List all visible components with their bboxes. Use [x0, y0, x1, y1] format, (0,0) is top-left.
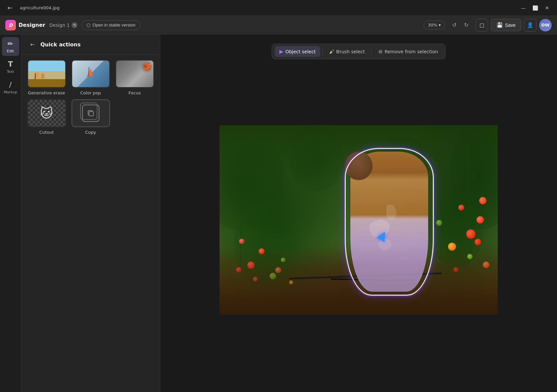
markup-icon: ∕ — [9, 80, 12, 89]
qa-label-generative-erase: Generative erase — [28, 90, 65, 95]
edit-icon: ✏ — [8, 40, 13, 48]
quick-actions-back-button[interactable]: ← — [28, 40, 37, 49]
qa-thumb-color-pop — [72, 60, 110, 88]
tomato-right-5 — [475, 239, 481, 245]
remove-from-selection-button[interactable]: ⊖ Remove from selection — [374, 46, 443, 57]
redo-button[interactable]: ↻ — [461, 20, 472, 30]
selection-toolbar: ▶ Object select 🖌 Brush select ⊖ Remove … — [272, 44, 445, 59]
qa-item-generative-erase[interactable]: Generative erase — [26, 60, 67, 95]
main-content: ✏ Edit T Text ∕ Markup ← Quick actions — [0, 34, 557, 392]
tomato-left-3 — [239, 239, 244, 244]
design-name-edit-icon[interactable]: ✎ — [72, 22, 77, 28]
title-bar: ← agriculture004.jpg — ⬜ ✕ — [0, 0, 557, 16]
brush-select-label: Brush select — [336, 49, 365, 54]
text-icon: T — [8, 60, 13, 68]
minimize-button[interactable]: — — [519, 3, 528, 13]
sidebar-icons: ✏ Edit T Text ∕ Markup — [0, 34, 21, 392]
titlebar-back-button[interactable]: ← — [5, 3, 15, 13]
foliage-center-top-left — [289, 125, 345, 191]
qa-label-focus: Focus — [128, 90, 141, 95]
sidebar-item-markup[interactable]: ∕ Markup — [2, 78, 19, 97]
qa-item-focus[interactable]: 🏀 Focus — [115, 60, 155, 95]
quick-actions-title: Quick actions — [40, 41, 81, 48]
save-disk-icon: 💾 — [496, 22, 503, 28]
qa-label-color-pop: Color pop — [80, 90, 101, 95]
quick-actions-header: ← Quick actions — [21, 34, 160, 55]
save-button[interactable]: 💾 Save — [491, 19, 521, 31]
tomato-right-1 — [466, 229, 476, 239]
preview-button[interactable]: ◻ — [476, 19, 488, 31]
object-select-label: Object select — [285, 49, 316, 54]
qa-thumb-copy — [72, 99, 110, 127]
toolbar-divider-1 — [322, 48, 323, 56]
qa-label-cutout: Cutout — [39, 130, 54, 135]
qa-label-copy: Copy — [85, 130, 96, 135]
design-name-area: Design 1 ✎ — [49, 22, 78, 28]
maximize-button[interactable]: ⬜ — [531, 3, 540, 13]
canvas-image-container — [220, 125, 498, 315]
qa-item-copy[interactable]: Copy — [71, 99, 111, 135]
logo-area: D Designer — [5, 20, 45, 30]
canvas-scene — [220, 125, 498, 315]
close-button[interactable]: ✕ — [542, 3, 552, 13]
user-avatar[interactable]: DW — [539, 19, 552, 31]
quick-actions-panel: ← Quick actions Generative erase — [21, 34, 160, 392]
zoom-label: 30% — [428, 23, 437, 27]
qa-thumb-cutout: 🐱 — [27, 99, 66, 127]
undo-button[interactable]: ↺ — [449, 20, 460, 30]
zoom-chevron-icon: ▾ — [439, 23, 441, 27]
qa-thumb-focus: 🏀 — [116, 60, 154, 88]
qa-item-cutout[interactable]: 🐱 Cutout — [26, 99, 67, 135]
brush-select-button[interactable]: 🖌 Brush select — [325, 46, 369, 57]
canvas-area[interactable]: ▶ Object select 🖌 Brush select ⊖ Remove … — [160, 34, 557, 392]
open-stable-button[interactable]: ⬡ Open in stable version — [81, 20, 140, 30]
share-button[interactable]: 👤 — [524, 19, 536, 31]
sidebar-item-edit[interactable]: ✏ Edit — [2, 37, 19, 56]
quick-actions-grid: Generative erase Color pop 🏀 — [21, 55, 160, 140]
share-icon: 👤 — [527, 22, 533, 28]
titlebar-filename: agriculture004.jpg — [20, 5, 60, 10]
app-bar: D Designer Design 1 ✎ ⬡ Open in stable v… — [0, 16, 557, 34]
object-select-icon: ▶ — [279, 48, 283, 55]
remove-from-selection-label: Remove from selection — [384, 49, 438, 54]
object-select-button[interactable]: ▶ Object select — [275, 46, 320, 57]
app-bar-actions: ◻ 💾 Save 👤 DW — [476, 19, 552, 31]
logo-icon: D — [5, 20, 16, 30]
tomato-right-2 — [477, 216, 484, 223]
window-controls: — ⬜ ✕ — [519, 3, 552, 13]
undo-redo-group: ↺ ↻ — [449, 20, 472, 30]
qa-thumb-generative-erase — [27, 60, 66, 88]
brush-select-icon: 🖌 — [329, 49, 334, 55]
person-head — [345, 152, 373, 180]
qa-item-color-pop[interactable]: Color pop — [71, 60, 111, 95]
toolbar-divider-2 — [372, 48, 372, 56]
tomato-right-green-2 — [436, 220, 442, 226]
app-name: Designer — [19, 22, 45, 28]
sidebar-item-text[interactable]: T Text — [2, 57, 19, 76]
design-name-label: Design 1 — [49, 23, 70, 28]
zoom-control[interactable]: 30% ▾ — [424, 21, 445, 29]
remove-selection-icon: ⊖ — [379, 49, 383, 55]
preview-icon: ◻ — [480, 22, 484, 28]
